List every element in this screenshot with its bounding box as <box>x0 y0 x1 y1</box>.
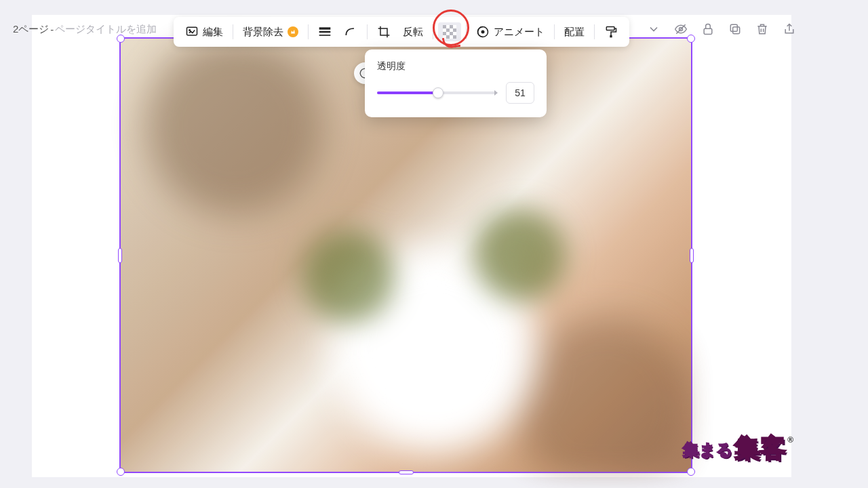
transparency-title: 透明度 <box>377 60 534 73</box>
svg-rect-13 <box>453 35 456 39</box>
pro-badge-icon <box>288 26 298 37</box>
svg-rect-0 <box>187 27 197 35</box>
svg-rect-9 <box>453 28 456 32</box>
svg-rect-6 <box>443 25 446 28</box>
svg-point-16 <box>481 30 485 34</box>
copy-style-button[interactable] <box>599 22 623 41</box>
border-weight-button[interactable] <box>313 24 336 40</box>
position-label: 配置 <box>564 26 585 39</box>
separator <box>308 24 309 39</box>
bg-remove-label: 背景除去 <box>243 26 283 39</box>
share-button[interactable] <box>782 22 797 37</box>
page-label-sep: - <box>50 24 54 35</box>
corner-icon <box>344 25 357 39</box>
resize-handle-bottom-right[interactable] <box>687 468 695 476</box>
svg-rect-23 <box>730 24 737 31</box>
duplicate-button[interactable] <box>728 22 743 37</box>
flip-label: 反転 <box>403 26 423 39</box>
svg-rect-21 <box>704 28 712 34</box>
watermark-part2: 集客 <box>734 435 786 461</box>
transparency-slider[interactable] <box>377 92 496 94</box>
resize-handle-right[interactable] <box>690 248 694 263</box>
separator <box>594 24 595 39</box>
visibility-button[interactable] <box>673 22 688 37</box>
slider-thumb[interactable] <box>433 87 443 98</box>
position-button[interactable]: 配置 <box>559 23 589 41</box>
lines-icon <box>318 26 332 37</box>
separator <box>233 24 233 39</box>
context-toolbar: 編集 背景除去 反転 <box>174 17 629 47</box>
crop-button[interactable] <box>372 22 395 41</box>
svg-rect-8 <box>446 28 450 32</box>
svg-rect-22 <box>733 27 740 34</box>
watermark-part1: 集まる <box>683 439 733 461</box>
svg-rect-10 <box>443 32 446 35</box>
separator <box>433 24 433 39</box>
utility-toolbar <box>646 22 797 37</box>
page-number: 2ページ <box>13 23 49 36</box>
edit-image-button[interactable]: 編集 <box>180 22 228 41</box>
svg-rect-18 <box>610 35 612 37</box>
watermark-registered: ® <box>787 435 793 445</box>
slider-max-arrow-icon <box>494 90 498 96</box>
watermark: 集まる 集客 ® <box>683 435 793 461</box>
animate-label: アニメート <box>494 26 545 39</box>
lock-button[interactable] <box>701 22 715 37</box>
slider-fill <box>377 92 438 94</box>
svg-rect-12 <box>446 35 450 39</box>
transparency-value[interactable]: 51 <box>506 82 534 104</box>
more-chevron-button[interactable] <box>646 22 661 37</box>
svg-point-1 <box>189 30 191 31</box>
svg-rect-17 <box>606 27 614 30</box>
separator <box>466 24 467 39</box>
corner-radius-button[interactable] <box>339 22 362 41</box>
bg-remove-button[interactable]: 背景除去 <box>238 23 303 41</box>
paint-roller-icon <box>604 25 618 39</box>
svg-rect-7 <box>450 25 453 28</box>
crop-icon <box>377 25 391 39</box>
animate-icon <box>476 25 490 39</box>
edit-label: 編集 <box>203 26 223 39</box>
transparency-icon <box>443 25 456 39</box>
separator <box>554 24 555 39</box>
transparency-popover: 透明度 51 <box>365 49 547 117</box>
flip-button[interactable]: 反転 <box>398 23 428 41</box>
page-title-placeholder[interactable]: ページタイトルを追加 <box>55 23 157 36</box>
delete-button[interactable] <box>755 22 770 37</box>
animate-button[interactable]: アニメート <box>471 22 549 41</box>
svg-rect-11 <box>450 32 453 35</box>
page-label[interactable]: 2ページ - ページタイトルを追加 <box>13 23 157 36</box>
resize-handle-bottom[interactable] <box>399 470 414 474</box>
transparency-button[interactable] <box>438 22 461 41</box>
resize-handle-left[interactable] <box>118 248 122 263</box>
edit-image-icon <box>185 25 199 39</box>
resize-handle-bottom-left[interactable] <box>117 468 125 476</box>
separator <box>367 24 368 39</box>
